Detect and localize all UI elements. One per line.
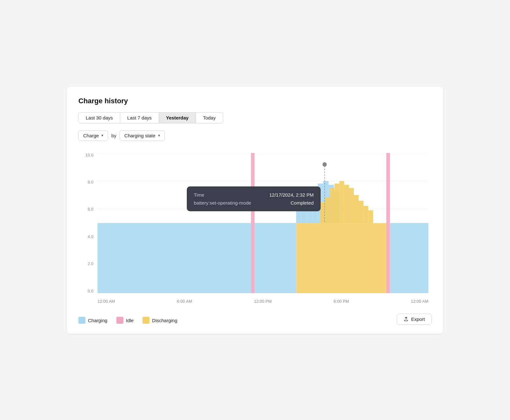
dimension-label: Charging state [124,133,156,138]
y-label-4: 4.0 [88,235,93,239]
chart-area: 0.0 2.0 4.0 6.0 8.0 10.0 [78,150,432,309]
svg-rect-30 [368,210,373,223]
charging-swatch [78,317,85,324]
tab-today[interactable]: Today [196,112,223,123]
y-label-6: 6.0 [88,207,93,211]
tab-last-7-days[interactable]: Last 7 days [120,112,159,123]
legend-charging-label: Charging [88,318,107,323]
charge-history-card: Charge history Last 30 days Last 7 days … [67,87,443,334]
svg-rect-28 [359,201,363,223]
metric-dropdown[interactable]: Charge ▾ [78,130,108,141]
svg-rect-8 [255,223,296,293]
svg-rect-9 [296,223,386,293]
export-icon [404,316,409,322]
legend-idle-label: Idle [126,318,134,323]
metric-label: Charge [83,133,99,138]
x-label-6pm: 6:00 PM [334,299,349,304]
svg-rect-23 [335,184,339,223]
svg-rect-27 [354,195,359,223]
svg-rect-14 [307,195,312,223]
page-title: Charge history [78,97,432,105]
svg-rect-29 [363,206,368,223]
tab-yesterday[interactable]: Yesterday [159,112,196,123]
by-separator: by [111,133,116,138]
svg-rect-24 [339,181,344,223]
y-label-0: 0.0 [88,289,93,293]
y-label-2: 2.0 [88,262,93,266]
x-label-midnight-start: 12:00 AM [98,299,115,304]
svg-rect-15 [312,188,318,223]
y-label-10: 10.0 [85,153,93,157]
legend: Charging Idle Discharging [78,317,177,324]
x-axis: 12:00 AM 6:00 AM 12:00 PM 6:00 PM 12:00 … [98,296,428,309]
time-range-tabs: Last 30 days Last 7 days Yesterday Today [78,112,432,123]
svg-rect-10 [386,153,390,293]
svg-rect-7 [251,153,254,293]
legend-discharging-label: Discharging [152,318,177,323]
metric-chevron-icon: ▾ [101,133,103,138]
svg-rect-6 [98,223,251,293]
x-label-noon: 12:00 PM [254,299,272,304]
dimension-dropdown[interactable]: Charging state ▾ [120,130,165,141]
legend-idle: Idle [116,317,134,324]
export-label: Export [411,316,425,322]
footer-row: Charging Idle Discharging Export [78,314,432,325]
svg-rect-11 [390,223,428,293]
filter-row: Charge ▾ by Charging state ▾ [78,130,432,141]
x-label-midnight-end: 12:00 AM [411,299,428,304]
svg-rect-25 [344,185,349,223]
idle-swatch [116,317,123,324]
y-label-8: 8.0 [88,180,93,184]
discharging-swatch [142,317,149,324]
svg-point-32 [323,162,327,167]
tab-last-30-days[interactable]: Last 30 days [78,112,120,123]
svg-rect-26 [349,188,354,223]
x-label-6am: 6:00 AM [177,299,192,304]
svg-rect-13 [302,202,307,223]
legend-charging: Charging [78,317,107,324]
svg-rect-20 [320,202,325,223]
svg-rect-12 [296,209,302,223]
dimension-chevron-icon: ▾ [158,133,160,138]
y-axis: 0.0 2.0 4.0 6.0 8.0 10.0 [78,153,96,293]
svg-rect-21 [325,198,330,223]
legend-discharging: Discharging [142,317,177,324]
svg-rect-22 [330,188,334,223]
export-button[interactable]: Export [397,314,432,325]
chart-svg [98,153,428,293]
